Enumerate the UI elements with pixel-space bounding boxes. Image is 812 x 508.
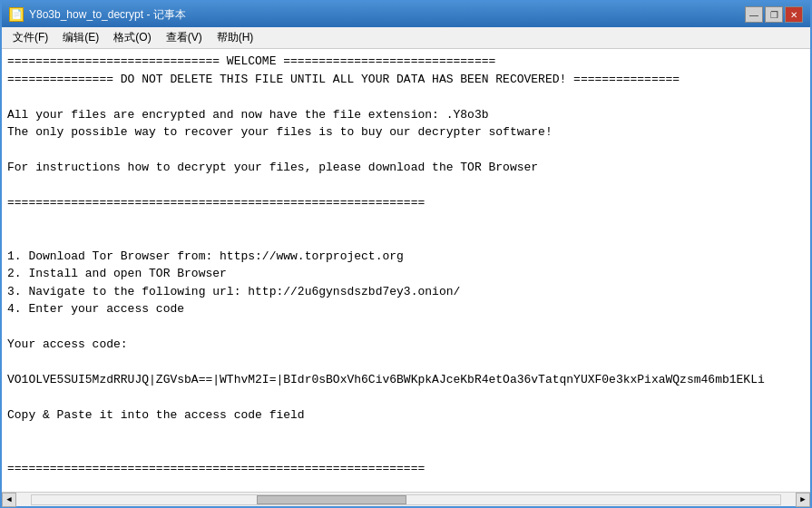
menu-bar: 文件(F) 编辑(E) 格式(O) 查看(V) 帮助(H)	[2, 27, 810, 49]
scrollbar-area: ◀ ▶	[2, 492, 810, 506]
window-title: Y8o3b_how_to_decrypt - 记事本	[29, 7, 186, 23]
window-controls: — ❐ ✕	[745, 6, 803, 23]
horizontal-scrollbar[interactable]	[31, 494, 781, 505]
menu-edit[interactable]: 编辑(E)	[55, 28, 106, 47]
scroll-right-button[interactable]: ▶	[796, 493, 810, 507]
menu-view[interactable]: 查看(V)	[159, 28, 210, 47]
main-window: 📄 Y8o3b_how_to_decrypt - 记事本 — ❐ ✕ 文件(F)…	[0, 0, 812, 508]
menu-help[interactable]: 帮助(H)	[210, 28, 261, 47]
title-bar-left: 📄 Y8o3b_how_to_decrypt - 记事本	[9, 7, 186, 23]
menu-file[interactable]: 文件(F)	[5, 28, 55, 47]
restore-button[interactable]: ❐	[765, 6, 783, 23]
menu-format[interactable]: 格式(O)	[106, 28, 158, 47]
title-bar: 📄 Y8o3b_how_to_decrypt - 记事本 — ❐ ✕	[2, 2, 810, 27]
app-icon: 📄	[9, 7, 24, 22]
close-button[interactable]: ✕	[785, 6, 803, 23]
scrollbar-thumb[interactable]	[257, 495, 406, 504]
minimize-button[interactable]: —	[745, 6, 763, 23]
content-area	[2, 49, 810, 492]
scroll-left-button[interactable]: ◀	[2, 493, 16, 507]
text-editor[interactable]	[2, 49, 810, 492]
